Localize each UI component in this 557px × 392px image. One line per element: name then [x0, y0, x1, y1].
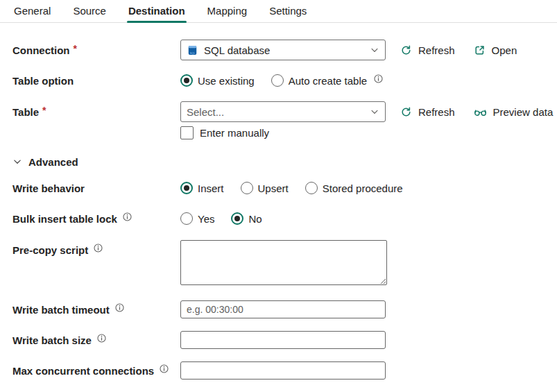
table-row: Table * Select... Refresh	[12, 101, 557, 122]
radio-auto-create-table[interactable]: Auto create table	[271, 74, 383, 87]
radio-label: Yes	[198, 213, 214, 225]
info-icon[interactable]	[97, 334, 106, 343]
pre-copy-script-textarea[interactable]	[180, 240, 387, 285]
tab-settings[interactable]: Settings	[268, 3, 308, 22]
write-batch-timeout-input[interactable]	[180, 300, 386, 318]
pre-copy-script-row: Pre-copy script	[12, 240, 557, 285]
radio-circle	[271, 74, 284, 87]
svg-text:SQL: SQL	[190, 51, 196, 54]
radio-circle	[241, 182, 253, 194]
max-concurrent-connections-input[interactable]	[180, 361, 386, 380]
connection-dropdown[interactable]: SQL SQL database	[180, 40, 386, 60]
write-batch-timeout-label: Write batch timeout	[12, 304, 110, 316]
radio-insert[interactable]: Insert	[180, 182, 224, 194]
required-mark: *	[42, 105, 46, 116]
info-icon[interactable]	[160, 364, 169, 373]
write-batch-size-input[interactable]	[180, 331, 386, 349]
refresh-table-button[interactable]: Refresh	[400, 106, 455, 118]
info-icon[interactable]	[115, 303, 124, 312]
chevron-down-icon	[370, 45, 379, 55]
advanced-label: Advanced	[28, 156, 78, 168]
refresh-label: Refresh	[418, 106, 455, 118]
connection-label: Connection	[12, 44, 70, 56]
bulk-insert-table-lock-row: Bulk insert table lock Yes No	[12, 211, 557, 226]
refresh-icon	[400, 44, 412, 56]
write-behavior-row: Write behavior Insert Upsert Stored proc…	[12, 180, 557, 196]
radio-use-existing[interactable]: Use existing	[180, 74, 255, 87]
write-behavior-label: Write behavior	[12, 182, 85, 194]
refresh-label: Refresh	[418, 44, 455, 56]
chevron-down-icon	[370, 107, 379, 117]
radio-label: No	[248, 213, 262, 225]
max-concurrent-connections-row: Max concurrent connections	[12, 361, 557, 380]
tab-general[interactable]: General	[12, 3, 52, 22]
table-dropdown[interactable]: Select...	[180, 101, 386, 122]
radio-label: Auto create table	[289, 75, 367, 87]
max-concurrent-connections-label: Max concurrent connections	[12, 365, 154, 377]
bulk-insert-radio-group: Yes No	[180, 212, 262, 225]
radio-upsert[interactable]: Upsert	[241, 182, 289, 194]
connection-value: SQL database	[204, 44, 370, 56]
table-option-radio-group: Use existing Auto create table	[180, 74, 383, 87]
enter-manually-label: Enter manually	[200, 127, 269, 139]
refresh-icon	[400, 106, 412, 118]
radio-label: Insert	[198, 182, 224, 194]
enter-manually-row: Enter manually	[180, 126, 557, 139]
tab-source[interactable]: Source	[71, 3, 108, 22]
radio-label: Use existing	[198, 75, 255, 87]
radio-circle	[180, 182, 193, 194]
table-option-row: Table option Use existing Auto create ta…	[12, 73, 557, 88]
radio-circle	[231, 212, 243, 225]
info-icon[interactable]	[123, 212, 132, 221]
tab-bar: General Source Destination Mapping Setti…	[0, 0, 557, 23]
radio-circle	[305, 182, 318, 194]
refresh-connection-button[interactable]: Refresh	[400, 44, 455, 56]
pre-copy-script-label: Pre-copy script	[12, 244, 88, 256]
write-behavior-radio-group: Insert Upsert Stored procedure	[180, 182, 403, 194]
bulk-insert-table-lock-label: Bulk insert table lock	[12, 213, 117, 225]
chevron-down-icon	[12, 157, 22, 167]
write-batch-size-row: Write batch size	[12, 331, 557, 349]
open-connection-button[interactable]: Open	[474, 44, 517, 56]
sql-database-icon: SQL	[187, 44, 198, 56]
connection-row: Connection * SQL SQL database	[12, 40, 557, 60]
radio-label: Stored procedure	[323, 182, 403, 194]
write-batch-timeout-row: Write batch timeout	[12, 300, 557, 318]
required-mark: *	[74, 43, 77, 54]
radio-no[interactable]: No	[231, 212, 262, 225]
destination-panel: Connection * SQL SQL database	[0, 23, 557, 380]
enter-manually-checkbox[interactable]	[180, 126, 194, 139]
table-placeholder: Select...	[187, 106, 370, 118]
radio-circle	[180, 212, 193, 225]
glasses-icon	[474, 106, 487, 118]
radio-stored-procedure[interactable]: Stored procedure	[305, 182, 403, 194]
preview-data-button[interactable]: Preview data	[474, 106, 554, 118]
advanced-section-toggle[interactable]: Advanced	[12, 155, 557, 169]
radio-circle	[180, 74, 193, 87]
radio-yes[interactable]: Yes	[180, 212, 214, 225]
tab-destination[interactable]: Destination	[127, 3, 187, 22]
open-label: Open	[492, 44, 517, 56]
table-label: Table	[12, 106, 39, 118]
preview-data-label: Preview data	[493, 106, 554, 118]
write-batch-size-label: Write batch size	[12, 334, 92, 346]
radio-label: Upsert	[258, 182, 289, 194]
table-option-label: Table option	[12, 75, 74, 87]
open-external-icon	[474, 44, 486, 56]
tab-mapping[interactable]: Mapping	[206, 3, 249, 22]
info-icon[interactable]	[94, 244, 103, 253]
info-icon[interactable]	[374, 74, 383, 83]
